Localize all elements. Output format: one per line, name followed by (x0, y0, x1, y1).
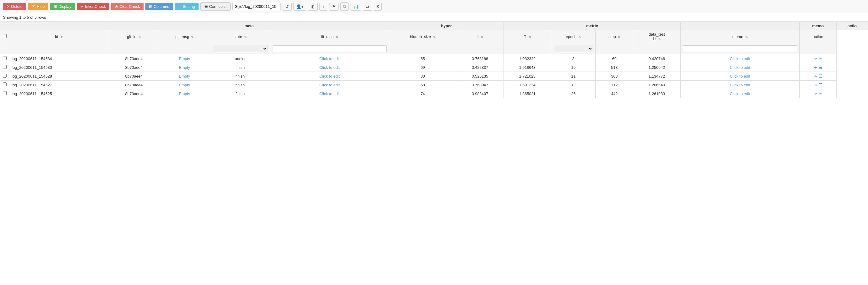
epoch-filter-select[interactable] (554, 45, 593, 52)
user-dropdown-button[interactable]: 👤▾ (293, 3, 306, 10)
add-button[interactable]: + (319, 3, 327, 10)
filter-state-col[interactable]: running finish (210, 43, 270, 55)
header-epoch[interactable]: epoch ⇅ (551, 30, 596, 43)
filter-action-col (799, 43, 836, 55)
filter-step-col (596, 43, 633, 55)
header-checkbox[interactable] (0, 30, 9, 43)
action-list-icon[interactable]: ☰ (818, 91, 823, 96)
display-button[interactable]: ⊞ Display (50, 3, 75, 10)
row-id: log_20200611_154525 (9, 90, 109, 98)
header-state[interactable]: state ⇅ (210, 30, 270, 43)
row-memo[interactable]: Click to edit (680, 72, 799, 81)
row-git-msg[interactable]: Empty (159, 63, 210, 72)
setting-button[interactable]: ··· Setting (175, 3, 198, 10)
row-step: 69 (596, 55, 633, 63)
columns-button[interactable]: ⊞ Columns (145, 3, 173, 10)
filter-fit-msg-col[interactable] (270, 43, 389, 55)
row-f1: 1.691224 (504, 81, 551, 90)
fit-msg-filter-input[interactable] (273, 45, 386, 52)
concols-button[interactable]: ☰ Con. cols. (200, 2, 230, 10)
row-checkbox[interactable] (0, 90, 9, 98)
row-git-id: 8b70aee4 (109, 63, 159, 72)
row-git-msg[interactable]: Empty (159, 72, 210, 81)
row-select-checkbox[interactable] (3, 82, 7, 86)
header-data-test-f1[interactable]: data_testf1 ⇅ (633, 30, 681, 43)
row-action[interactable]: ➜ ☰ (799, 90, 836, 98)
filter-epoch-col[interactable] (551, 43, 596, 55)
hide-icon: 👁 (32, 4, 36, 9)
action-list-icon[interactable]: ☰ (818, 82, 823, 87)
filter-checkbox-col (0, 43, 9, 55)
header-fit-msg[interactable]: fit_msg ⇅ (270, 30, 389, 43)
header-f1[interactable]: f1 ⇅ (504, 30, 551, 43)
row-select-checkbox[interactable] (3, 65, 7, 69)
action-arrow-icon[interactable]: ➜ (814, 65, 817, 70)
action-list-icon[interactable]: ☰ (818, 74, 823, 78)
action-arrow-icon[interactable]: ➜ (814, 74, 817, 78)
row-action[interactable]: ➜ ☰ (799, 81, 836, 90)
row-git-id: 8b70aee4 (109, 90, 159, 98)
row-fit-msg[interactable]: Click to edit (270, 72, 389, 81)
row-epoch: 11 (551, 72, 596, 81)
group-id (9, 22, 109, 30)
row-fit-msg[interactable]: Click to edit (270, 63, 389, 72)
clearcheck-button[interactable]: ⊗ ClearCheck (111, 3, 144, 10)
delete-button[interactable]: ✕ Delete (3, 3, 26, 10)
action-arrow-icon[interactable]: ➜ (814, 56, 817, 61)
action-arrow-icon[interactable]: ➜ (814, 82, 817, 87)
row-id: log_20200611_154534 (9, 55, 109, 63)
row-epoch: 19 (551, 63, 596, 72)
row-action[interactable]: ➜ ☰ (799, 72, 836, 81)
filter-memo-col[interactable] (680, 43, 799, 55)
row-git-msg[interactable]: Empty (159, 55, 210, 63)
state-filter-select[interactable]: running finish (213, 45, 268, 52)
header-lr[interactable]: lr ⇅ (456, 30, 504, 43)
header-id[interactable]: id ▼ (9, 30, 109, 43)
header-git-id[interactable]: git_id ⇅ (109, 30, 159, 43)
row-epoch: 8 (551, 81, 596, 90)
flag-button[interactable]: ⚑ (329, 3, 339, 10)
row-action[interactable]: ➜ ☰ (799, 55, 836, 63)
row-memo[interactable]: Click to edit (680, 63, 799, 72)
row-select-checkbox[interactable] (3, 91, 7, 95)
swap-button[interactable]: ⇄ (363, 3, 372, 10)
header-git-msg[interactable]: git_msg ⇅ (159, 30, 210, 43)
row-action[interactable]: ➜ ☰ (799, 63, 836, 72)
row-memo[interactable]: Click to edit (680, 55, 799, 63)
select-all-checkbox[interactable] (3, 34, 7, 38)
header-memo[interactable]: memo ⇅ (680, 30, 799, 43)
hide-button[interactable]: 👁 Hide (28, 3, 49, 10)
query-input[interactable] (232, 3, 281, 10)
row-checkbox[interactable] (0, 81, 9, 90)
filter-git-id-col (109, 43, 159, 55)
row-memo[interactable]: Click to edit (680, 90, 799, 98)
trash-button[interactable]: 🗑 (308, 3, 318, 10)
group-meta: meta (109, 22, 389, 30)
row-memo[interactable]: Click to edit (680, 81, 799, 90)
dollar-button[interactable]: $ (374, 3, 382, 10)
action-list-icon[interactable]: ☰ (818, 65, 823, 70)
refresh-button[interactable]: ↺ (283, 3, 292, 10)
row-checkbox[interactable] (0, 63, 9, 72)
invertcheck-button[interactable]: ↩ InvertCheck (77, 3, 110, 10)
chart-button[interactable]: 📊 (350, 3, 361, 10)
header-step[interactable]: step ⇅ (596, 30, 633, 43)
row-fit-msg[interactable]: Click to edit (270, 55, 389, 63)
row-git-msg[interactable]: Empty (159, 81, 210, 90)
row-fit-msg[interactable]: Click to edit (270, 81, 389, 90)
row-select-checkbox[interactable] (3, 74, 7, 78)
memo-filter-input[interactable] (683, 45, 797, 52)
row-checkbox[interactable] (0, 72, 9, 81)
toolbar: ✕ Delete 👁 Hide ⊞ Display ↩ InvertCheck … (0, 0, 868, 13)
row-select-checkbox[interactable] (3, 56, 7, 60)
copy-button[interactable]: ⧉ (340, 2, 349, 10)
row-git-msg[interactable]: Empty (159, 90, 210, 98)
row-fit-msg[interactable]: Click to edit (270, 90, 389, 98)
row-checkbox[interactable] (0, 55, 9, 63)
filter-f1-col (504, 43, 551, 55)
sort-memo-icon: ⇅ (745, 35, 748, 39)
row-state: finish (210, 72, 270, 81)
header-hidden-size[interactable]: hidden_size ⇅ (389, 30, 456, 43)
action-arrow-icon[interactable]: ➜ (814, 91, 817, 96)
action-list-icon[interactable]: ☰ (818, 56, 823, 61)
